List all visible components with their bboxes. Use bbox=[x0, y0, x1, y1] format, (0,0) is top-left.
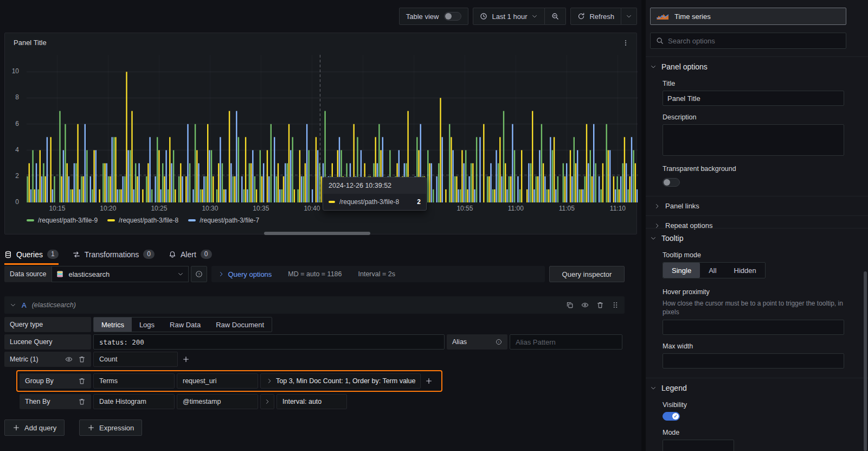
tooltip-mode-all[interactable]: All bbox=[700, 263, 725, 278]
chevron-right-icon bbox=[218, 271, 224, 277]
table-view-toggle-group: Table view bbox=[399, 8, 469, 25]
datasource-label: Data source bbox=[4, 266, 52, 282]
group-by-type-select[interactable]: Terms bbox=[93, 373, 175, 389]
add-group-by-button[interactable] bbox=[425, 373, 433, 389]
clock-icon bbox=[480, 12, 487, 20]
legend-visibility-label: Visibility bbox=[663, 401, 844, 409]
datasource-picker[interactable]: elasticsearch bbox=[52, 266, 189, 282]
chevron-down-icon[interactable] bbox=[10, 302, 16, 308]
query-type-raw-document[interactable]: Raw Document bbox=[208, 317, 272, 332]
options-search bbox=[650, 33, 846, 49]
alias-input[interactable] bbox=[510, 334, 622, 350]
metric-select[interactable]: Count bbox=[93, 352, 178, 367]
y-axis: 0246810 bbox=[5, 33, 23, 218]
tooltip-mode-hidden[interactable]: Hidden bbox=[725, 263, 765, 278]
query-type-raw-data[interactable]: Raw Data bbox=[162, 317, 208, 332]
vertical-scrollbar[interactable] bbox=[864, 271, 867, 451]
zoom-out-button[interactable] bbox=[545, 8, 566, 25]
query-inspector-label: Query inspector bbox=[562, 270, 612, 278]
metric-label: Metric (1) bbox=[4, 352, 91, 367]
trash-icon[interactable] bbox=[78, 355, 86, 363]
tooltip-section-header[interactable]: Tooltip bbox=[646, 228, 868, 247]
then-by-type-select[interactable]: Date Histogram bbox=[93, 394, 175, 409]
legend-mode-control-partial[interactable] bbox=[663, 440, 734, 451]
plus-icon bbox=[87, 424, 95, 431]
lucene-query-input[interactable] bbox=[93, 334, 445, 350]
datasource-help-button[interactable]: ? bbox=[191, 266, 207, 282]
max-width-input[interactable] bbox=[663, 353, 844, 369]
refresh-interval-button[interactable] bbox=[621, 8, 637, 25]
time-range-button[interactable]: Last 1 hour bbox=[473, 8, 545, 25]
group-by-field-select[interactable]: request_uri bbox=[177, 373, 258, 389]
horizontal-scrollbar[interactable] bbox=[264, 232, 370, 235]
refresh-button[interactable]: Refresh bbox=[570, 8, 621, 25]
tab-queries[interactable]: Queries 1 bbox=[4, 246, 59, 265]
switch-knob bbox=[445, 13, 452, 20]
chevron-down-icon bbox=[177, 271, 184, 277]
panel-links-row[interactable]: Panel links bbox=[646, 196, 868, 215]
trash-icon[interactable] bbox=[78, 377, 86, 385]
label-text: Query type bbox=[10, 321, 43, 328]
chevron-down-icon bbox=[531, 13, 538, 20]
metric-row: Metric (1) Count bbox=[4, 352, 190, 367]
chevron-down-icon bbox=[650, 385, 657, 391]
tooltip-mode-label: Tooltip mode bbox=[663, 251, 844, 259]
legend-series-name: /request/path-3/file-8 bbox=[119, 217, 178, 224]
legend-series-name: /request/path-3/file-9 bbox=[38, 217, 98, 224]
legend-item[interactable]: /request/path-3/file-7 bbox=[188, 217, 259, 224]
trash-icon[interactable] bbox=[78, 398, 86, 405]
legend-item[interactable]: /request/path-3/file-8 bbox=[107, 217, 178, 224]
tab-transformations[interactable]: Transformations 0 bbox=[73, 246, 155, 265]
then-by-settings-toggle[interactable] bbox=[260, 394, 274, 409]
legend-section: Legend Visibility ✓ Mode bbox=[646, 378, 868, 451]
group-by-settings-summary: Top 3, Min Doc Count: 1, Order by: Term … bbox=[276, 377, 416, 385]
visualization-name: Time series bbox=[674, 12, 711, 21]
add-metric-button[interactable] bbox=[182, 352, 190, 367]
panel-menu-button[interactable] bbox=[620, 37, 631, 48]
query-type-logs[interactable]: Logs bbox=[132, 317, 162, 332]
panel-title-input[interactable] bbox=[663, 91, 844, 106]
duplicate-icon[interactable] bbox=[566, 301, 574, 309]
time-range-label: Last 1 hour bbox=[492, 12, 527, 21]
transparent-background-label: Transparent background bbox=[663, 165, 844, 173]
legend-visibility-switch[interactable]: ✓ bbox=[663, 412, 680, 421]
eye-icon[interactable] bbox=[65, 355, 73, 363]
group-by-settings-toggle[interactable]: Top 3, Min Doc Count: 1, Order by: Term … bbox=[260, 373, 421, 389]
eye-icon[interactable] bbox=[581, 301, 589, 309]
lucene-query-label: Lucene Query bbox=[4, 334, 91, 350]
expression-button[interactable]: Expression bbox=[79, 420, 142, 436]
query-inspector-button[interactable]: Query inspector bbox=[549, 266, 625, 282]
panel-description-textarea[interactable] bbox=[663, 124, 844, 156]
table-view-label: Table view bbox=[406, 12, 439, 21]
drag-handle-icon[interactable] bbox=[612, 301, 619, 309]
label-text: Lucene Query bbox=[10, 338, 53, 346]
grafana-panel-editor: Table view Last 1 hour Refresh bbox=[0, 0, 868, 451]
query-type-metrics[interactable]: Metrics bbox=[94, 317, 132, 332]
datasource-value: elasticsearch bbox=[68, 270, 110, 278]
tab-alert[interactable]: Alert 0 bbox=[169, 246, 211, 265]
then-by-settings-summary[interactable]: Interval: auto bbox=[277, 394, 347, 409]
zoom-out-icon bbox=[551, 12, 559, 20]
query-options-toggle[interactable]: Query options bbox=[218, 270, 272, 278]
legend-series-swatch bbox=[27, 219, 34, 221]
tooltip-mode-single[interactable]: Single bbox=[663, 263, 700, 278]
legend-section-header[interactable]: Legend bbox=[646, 378, 868, 397]
transparent-background-switch[interactable] bbox=[663, 178, 680, 187]
tab-label: Queries bbox=[16, 250, 43, 259]
trash-icon[interactable] bbox=[596, 301, 604, 309]
panel-options-header[interactable]: Panel options bbox=[646, 57, 868, 75]
x-axis-label: 11:10 bbox=[610, 205, 626, 212]
table-view-switch[interactable] bbox=[444, 12, 461, 21]
plus-icon bbox=[12, 424, 20, 431]
check-icon: ✓ bbox=[672, 413, 679, 420]
query-actions bbox=[566, 301, 619, 309]
search-options-input[interactable] bbox=[668, 37, 840, 45]
pane-divider[interactable] bbox=[641, 0, 646, 451]
hover-proximity-input[interactable] bbox=[663, 320, 844, 335]
tooltip-mode-group: Single All Hidden bbox=[663, 262, 766, 278]
section-title: Legend bbox=[661, 384, 687, 392]
add-query-button[interactable]: Add query bbox=[4, 420, 65, 436]
visualization-picker-button[interactable]: Time series bbox=[650, 8, 846, 25]
then-by-field-select[interactable]: @timestamp bbox=[177, 394, 258, 409]
legend-item[interactable]: /request/path-3/file-9 bbox=[27, 217, 98, 224]
